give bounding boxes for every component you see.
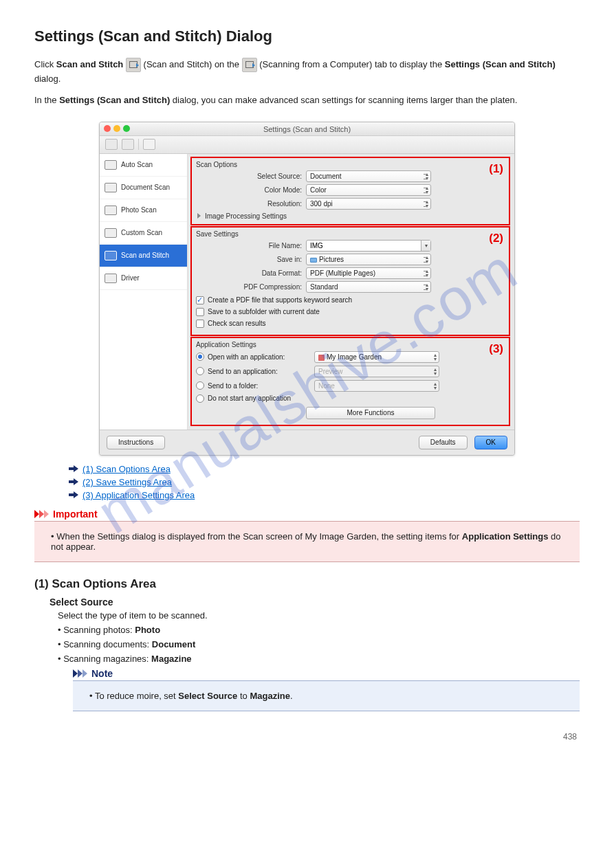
arrow-icon — [69, 465, 78, 472]
disclosure-triangle-icon — [197, 213, 201, 219]
instructions-button[interactable]: Instructions — [107, 436, 165, 449]
folder-icon — [310, 258, 317, 263]
close-icon[interactable] — [104, 125, 111, 132]
subfolder-date-checkbox[interactable] — [196, 308, 204, 316]
application-settings-section: (3) Application Settings Open with an ap… — [190, 337, 510, 426]
defaults-button[interactable]: Defaults — [419, 436, 468, 449]
link-application-settings[interactable]: (3) Application Settings Area — [83, 490, 195, 500]
arrow-icon — [69, 478, 78, 485]
no-app-radio[interactable] — [196, 394, 204, 403]
save-in-label: Save in: — [196, 256, 306, 263]
send-to-folder-label: Send to a folder: — [208, 382, 314, 390]
ok-button[interactable]: OK — [474, 436, 507, 449]
check-results-checkbox[interactable] — [196, 320, 204, 328]
select-source-magazine: • Scanning magazines: Magazine — [58, 654, 580, 664]
color-mode-dropdown[interactable]: Color — [306, 184, 431, 196]
select-source-label: Select Source: — [196, 173, 306, 180]
auto-scan-icon — [105, 160, 117, 170]
sidebar-item-photo-scan[interactable]: Photo Scan — [100, 199, 187, 222]
tab-computer-icon[interactable] — [105, 139, 118, 150]
check-results-label: Check scan results — [208, 320, 265, 327]
app-icon — [318, 355, 325, 361]
select-source-dropdown[interactable]: Document — [306, 170, 431, 182]
send-to-folder-dropdown: None — [314, 380, 439, 392]
minimize-icon[interactable] — [113, 125, 120, 132]
callout-1: (1) — [489, 162, 503, 176]
page-number: 438 — [34, 732, 580, 742]
arrow-icon — [69, 491, 78, 498]
select-source-photo: • Scanning photos: Photo — [58, 625, 580, 635]
note-box: Note • To reduce moire, set Select Sourc… — [73, 668, 580, 711]
open-with-app-radio[interactable] — [196, 353, 204, 361]
data-format-label: Data Format: — [196, 269, 306, 277]
dialog-toolbar — [100, 136, 514, 154]
color-mode-label: Color Mode: — [196, 186, 306, 194]
tab-settings-icon[interactable] — [143, 139, 155, 150]
save-settings-section: (2) Save Settings File Name: ▾ Save in: … — [190, 226, 510, 336]
important-note: Important • When the Settings dialog is … — [34, 509, 580, 562]
scan-and-stitch-icon — [105, 251, 117, 260]
open-with-app-dropdown[interactable]: My Image Garden — [314, 351, 439, 363]
intro-paragraph-2: In the Settings (Scan and Stitch) dialog… — [34, 93, 580, 108]
tab-printer-icon[interactable] — [122, 139, 134, 150]
sidebar-item-auto-scan[interactable]: Auto Scan — [100, 154, 187, 177]
dialog-title: Settings (Scan and Stitch) — [263, 125, 351, 133]
more-functions-button[interactable]: More Functions — [306, 407, 435, 419]
chevron-icon — [73, 669, 87, 678]
link-save-settings[interactable]: (2) Save Settings Area — [83, 477, 172, 487]
scan-options-heading: Scan Options — [196, 161, 505, 168]
save-settings-heading: Save Settings — [196, 230, 505, 238]
resolution-label: Resolution: — [196, 200, 306, 208]
file-name-label: File Name: — [196, 242, 306, 249]
select-source-desc: Select the type of item to be scanned. — [58, 610, 580, 621]
sidebar-item-custom-scan[interactable]: Custom Scan — [100, 222, 187, 245]
callout-3: (3) — [489, 342, 503, 356]
sidebar-item-document-scan[interactable]: Document Scan — [100, 177, 187, 199]
photo-scan-icon — [105, 205, 117, 215]
pdf-compression-label: PDF Compression: — [196, 283, 306, 291]
send-to-app-label: Send to an application: — [208, 368, 314, 375]
document-scan-icon — [105, 183, 117, 192]
application-settings-heading: Application Settings — [196, 341, 505, 348]
data-format-dropdown[interactable]: PDF (Multiple Pages) — [306, 267, 431, 279]
file-name-input[interactable]: ▾ — [306, 240, 431, 252]
link-scan-options[interactable]: (1) Scan Options Area — [83, 464, 171, 474]
window-controls — [104, 125, 130, 132]
important-body: • When the Settings dialog is displayed … — [34, 522, 580, 562]
sidebar-item-driver[interactable]: Driver — [100, 267, 187, 290]
scan-options-area-heading: (1) Scan Options Area — [34, 577, 580, 591]
keyword-search-checkbox[interactable] — [196, 296, 204, 304]
select-source-term: Select Source — [50, 597, 580, 608]
custom-scan-icon — [105, 228, 117, 238]
chevron-down-icon[interactable]: ▾ — [421, 241, 430, 251]
pdf-compression-dropdown[interactable]: Standard — [306, 281, 431, 293]
send-to-app-dropdown: Preview — [314, 366, 439, 377]
send-to-folder-radio[interactable] — [196, 381, 204, 390]
resolution-dropdown[interactable]: 300 dpi — [306, 198, 431, 210]
sidebar: Auto Scan Document Scan Photo Scan Custo… — [100, 154, 188, 430]
dialog-titlebar: Settings (Scan and Stitch) — [100, 122, 514, 136]
no-app-label: Do not start any application — [208, 394, 291, 402]
select-source-document: • Scanning documents: Document — [58, 639, 580, 649]
image-processing-expander[interactable]: Image Processing Settings — [196, 212, 505, 220]
driver-icon — [105, 274, 117, 283]
page-title: Settings (Scan and Stitch) Dialog — [34, 27, 580, 45]
section-links: (1) Scan Options Area (2) Save Settings … — [69, 464, 580, 500]
callout-2: (2) — [489, 232, 503, 245]
intro-paragraph: Click Scan and Stitch (Scan and Stitch) … — [34, 58, 580, 87]
keyword-search-label: Create a PDF file that supports keyword … — [208, 296, 352, 304]
note-body: • To reduce moire, set Select Source to … — [73, 681, 580, 711]
subfolder-date-label: Save to a subfolder with current date — [208, 308, 320, 315]
settings-dialog-screenshot: Settings (Scan and Stitch) Auto Scan Doc… — [99, 122, 515, 456]
zoom-icon[interactable] — [123, 125, 130, 132]
open-with-app-label: Open with an application: — [208, 353, 314, 361]
send-to-app-radio[interactable] — [196, 367, 204, 375]
scan-stitch-icon — [126, 58, 141, 72]
save-in-dropdown[interactable]: Pictures — [306, 254, 431, 265]
scan-options-section: (1) Scan Options Select Source: Document… — [190, 157, 510, 225]
computer-tab-icon — [242, 58, 257, 72]
chevron-icon — [34, 510, 49, 518]
sidebar-item-scan-and-stitch[interactable]: Scan and Stitch — [100, 245, 187, 267]
